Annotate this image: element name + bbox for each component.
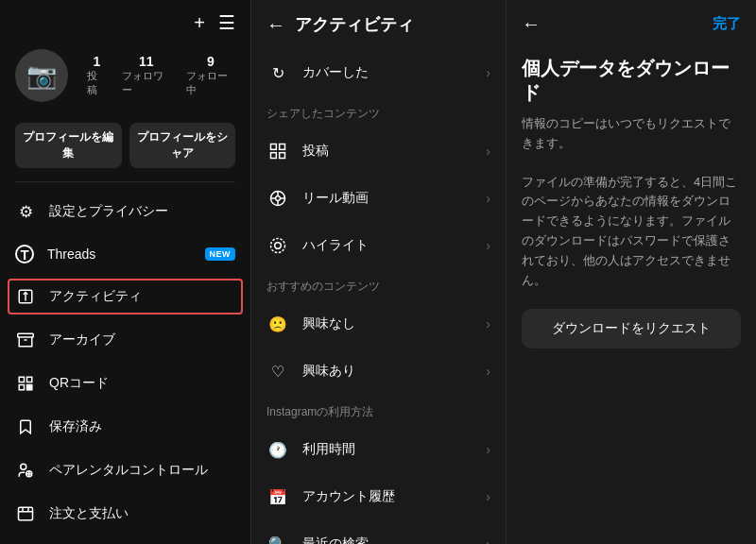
svg-rect-20 xyxy=(271,144,277,150)
threads-new-badge: NEW xyxy=(205,247,236,261)
account-history-icon: 📅 xyxy=(266,485,289,508)
activity-title: アクティビティ xyxy=(295,13,490,36)
stat-followers: 11 フォロワー xyxy=(122,54,171,97)
menu-item-qrcode[interactable]: QRコード xyxy=(0,362,250,405)
chevron-icon: › xyxy=(486,65,490,80)
activity-section-list: ↻ カバーした › シェアしたコンテンツ 投稿 › リール動画 › ハイライト … xyxy=(251,49,506,544)
scrolled-label: カバーした xyxy=(302,64,486,81)
profile-buttons: プロフィールを編集 プロフィールをシャア xyxy=(0,123,250,181)
svg-rect-5 xyxy=(27,377,32,382)
reels-section-label: リール動画 xyxy=(302,190,486,207)
svg-point-11 xyxy=(21,464,26,469)
section-item-interested[interactable]: ♡ 興味あり › xyxy=(251,348,506,395)
followers-count: 11 xyxy=(139,54,154,69)
chevron-icon: › xyxy=(486,191,490,206)
panel-right: ← 完了 個人データをダウンロード 情報のコピーはいつでもリクエストできます。 … xyxy=(506,0,756,544)
section-item-not-interested[interactable]: 🙁 興味なし › xyxy=(251,300,506,348)
recommended-header: おすすめのコンテンツ xyxy=(251,269,506,300)
complete-button[interactable]: 完了 xyxy=(713,15,741,33)
menu-item-activity[interactable]: アクティビティ xyxy=(0,275,250,318)
activity-label: アクティビティ xyxy=(49,288,235,305)
svg-point-30 xyxy=(275,243,282,249)
avatar: 📷 xyxy=(15,49,68,102)
section-item-posts[interactable]: 投稿 › xyxy=(251,128,506,175)
menu-item-saved[interactable]: 保存済み xyxy=(0,405,250,449)
scrolled-item[interactable]: ↻ カバーした › xyxy=(251,49,506,96)
activity-icon xyxy=(15,286,36,307)
menu-icon[interactable]: ☰ xyxy=(218,11,235,34)
qrcode-icon xyxy=(15,373,36,394)
menu-item-settings[interactable]: ⚙ 設定とプライバシー xyxy=(0,190,250,233)
back-button-download[interactable]: ← xyxy=(522,13,541,35)
posts-icon xyxy=(266,140,289,162)
panel-middle: ← アクティビティ ↻ カバーした › シェアしたコンテンツ 投稿 › リール動… xyxy=(250,0,506,544)
interested-label: 興味あり xyxy=(302,363,486,380)
settings-icon: ⚙ xyxy=(15,201,36,222)
share-profile-button[interactable]: プロフィールをシャア xyxy=(129,123,236,168)
section-item-account-history[interactable]: 📅 アカウント履歴 › xyxy=(251,473,506,520)
download-content: 個人データをダウンロード 情報のコピーはいつでもリクエストできます。 ファイルの… xyxy=(507,48,756,544)
orders-icon xyxy=(15,503,36,524)
svg-rect-8 xyxy=(30,388,32,390)
activity-header: ← アクティビティ xyxy=(251,0,506,49)
svg-point-31 xyxy=(271,239,285,253)
highlights-section-label: ハイライト xyxy=(302,237,486,254)
profile-name xyxy=(0,113,250,123)
menu-item-orders[interactable]: 注文と支払い xyxy=(0,492,250,536)
threads-icon: T xyxy=(15,245,34,264)
shared-content-header: シェアしたコンテンツ xyxy=(251,96,506,128)
chevron-icon: › xyxy=(486,144,490,159)
archive-label: アーカイブ xyxy=(49,332,235,348)
recent-search-label: 最近の検索 xyxy=(302,536,486,544)
stat-following: 9 フォロー中 xyxy=(186,54,235,97)
usage-header: Instagramの利用方法 xyxy=(251,395,506,426)
chevron-icon: › xyxy=(486,316,490,332)
svg-rect-9 xyxy=(30,385,32,387)
highlights-icon xyxy=(266,234,289,257)
menu-item-archive[interactable]: アーカイブ xyxy=(0,318,250,362)
download-request-button[interactable]: ダウンロードをリクエスト xyxy=(522,309,741,348)
interested-icon: ♡ xyxy=(266,360,289,382)
add-icon[interactable]: + xyxy=(194,12,205,34)
threads-label: Threads xyxy=(47,246,205,262)
orders-label: 注文と支払い xyxy=(49,505,235,522)
stats-row: 1 投稿 11 フォロワー 9 フォロー中 xyxy=(87,54,235,97)
time-label: 利用時間 xyxy=(302,441,486,458)
section-item-time[interactable]: 🕐 利用時間 › xyxy=(251,426,506,473)
saved-icon xyxy=(15,416,36,437)
qrcode-label: QRコード xyxy=(49,375,235,392)
chevron-icon: › xyxy=(486,238,490,253)
parental-label: ペアレンタルコントロール xyxy=(49,462,235,479)
profile-info: 📷 1 投稿 11 フォロワー 9 フォロー中 xyxy=(0,42,250,113)
section-item-highlights[interactable]: ハイライト › xyxy=(251,222,506,269)
svg-rect-22 xyxy=(271,153,277,159)
section-item-recent-search[interactable]: 🔍 最近の検索 › xyxy=(251,520,506,544)
saved-label: 保存済み xyxy=(49,418,235,435)
svg-rect-10 xyxy=(27,388,29,390)
following-label: フォロー中 xyxy=(186,69,235,97)
svg-rect-2 xyxy=(18,333,34,337)
chevron-icon: › xyxy=(486,442,490,457)
camera-icon: 📷 xyxy=(26,61,57,91)
edit-profile-button[interactable]: プロフィールを編集 xyxy=(15,123,122,168)
divider xyxy=(15,181,235,182)
recent-search-icon: 🔍 xyxy=(266,533,289,544)
download-desc-1: 情報のコピーはいつでもリクエストできます。 xyxy=(522,114,741,154)
chevron-icon: › xyxy=(486,489,490,504)
download-page-title: 個人データをダウンロード xyxy=(522,56,741,105)
menu-item-parental[interactable]: ペアレンタルコントロール xyxy=(0,449,250,492)
menu-item-threads[interactable]: T Threads NEW xyxy=(0,233,250,275)
svg-rect-7 xyxy=(27,385,29,387)
svg-rect-4 xyxy=(19,377,24,382)
not-interested-icon: 🙁 xyxy=(266,313,289,335)
back-button-activity[interactable]: ← xyxy=(266,14,285,36)
profile-header: + ☰ xyxy=(0,0,250,42)
menu-item-meta[interactable]: Meta認証 NEW xyxy=(0,536,250,544)
archive-icon xyxy=(15,330,36,350)
stat-posts: 1 投稿 xyxy=(87,54,107,97)
not-interested-label: 興味なし xyxy=(302,315,486,332)
following-count: 9 xyxy=(207,54,215,69)
posts-section-label: 投稿 xyxy=(302,143,486,160)
svg-rect-15 xyxy=(19,507,33,520)
section-item-reels[interactable]: リール動画 › xyxy=(251,175,506,222)
